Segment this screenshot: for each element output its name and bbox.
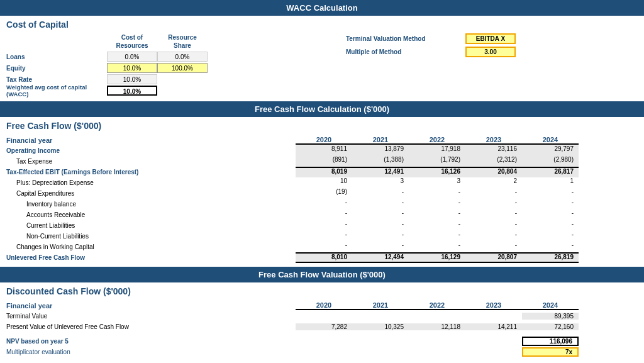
ebit-2021: 12,491 [352, 167, 409, 177]
dcf-row-multiplicator: Multiplicator evaluation 7x [6, 347, 638, 357]
tax-expense-label: Tax Expense [6, 158, 296, 165]
ebit-2022: 16,126 [409, 167, 465, 177]
multiple-method-row: Multiple of Method 3.00 [346, 47, 516, 57]
dcf-year-2024: 2024 [522, 301, 579, 310]
wacc-value[interactable]: 10.0% [107, 86, 157, 96]
loans-cost[interactable]: 0.0% [107, 52, 157, 62]
cl-2023: - [465, 220, 522, 231]
ar-2021: - [352, 209, 409, 220]
capex-label: Capital Expenditures [6, 190, 296, 197]
ar-label: Accounts Receivable [6, 211, 296, 218]
terminal-method-row: Terminal Valuation Method EBITDA X [346, 33, 516, 44]
dcf-row-pv: Present Value of Unlevered Free Cash Flo… [6, 321, 638, 332]
oi-2021: 13,879 [352, 145, 409, 156]
ulfcf-2020: 8,010 [296, 252, 352, 263]
wacc-left: Cost ofResources ResourceShare Loans 0.0… [6, 33, 208, 96]
fcf-row-ebit: Tax-Effected EBIT (Earnings Before Inter… [6, 167, 638, 177]
te-2022: (1,792) [409, 156, 465, 167]
capex-2020: (19) [296, 188, 352, 199]
cl-2020: - [296, 220, 352, 231]
capex-2021: - [352, 188, 409, 199]
ulfcf-2023: 20,807 [465, 252, 522, 263]
te-2021: (1,388) [352, 156, 409, 167]
ar-2022: - [409, 209, 465, 220]
dcf-year-2022: 2022 [409, 301, 465, 310]
oi-2024: 29,797 [522, 145, 579, 156]
pv-2024: 72,160 [522, 323, 579, 330]
dcf-year-label: Financial year [6, 302, 296, 310]
wacc-col-headers: Cost ofResources ResourceShare [107, 33, 208, 50]
fcf-row-operating-income: Operating Income 8,911 13,879 17,918 23,… [6, 145, 638, 156]
ulfcf-2022: 16,129 [409, 252, 465, 263]
ulfcf-2024: 26,819 [522, 252, 579, 263]
ar-2024: - [522, 209, 579, 220]
dcf-year-2020: 2020 [296, 301, 352, 310]
tax-share [157, 74, 208, 84]
dep-2021: 3 [352, 177, 409, 188]
wacc-row-wacc: Weighted avg cost of capital (WACC) 10.0… [6, 85, 208, 96]
cost-of-capital-title: Cost of Capital [0, 16, 644, 31]
fcf-year-label: Financial year [6, 137, 296, 144]
fcf-row-inventory: Inventory balance - - - - - [6, 199, 638, 209]
wc-2023: - [465, 242, 522, 252]
inventory-label: Inventory balance [6, 201, 296, 208]
inv-2022: - [409, 199, 465, 209]
ncl-2021: - [352, 231, 409, 242]
dcf-title: Discounted Cash Flow ($'000) [0, 282, 644, 298]
dep-2022: 3 [409, 177, 465, 188]
inv-2024: - [522, 199, 579, 209]
pv-2023: 14,211 [465, 323, 522, 330]
inv-2020: - [296, 199, 352, 209]
year-2023: 2023 [465, 136, 522, 145]
col-header-share: ResourceShare [157, 33, 208, 50]
te-2023: (2,312) [465, 156, 522, 167]
te-2024: (2,980) [522, 156, 579, 167]
ebit-2023: 20,804 [465, 167, 522, 177]
tax-cost[interactable]: 10.0% [107, 74, 157, 84]
fcf-row-ar: Accounts Receivable - - - - - [6, 209, 638, 220]
terminal-method-value[interactable]: EBITDA X [465, 33, 516, 44]
equity-share[interactable]: 100.0% [157, 63, 208, 73]
loans-share[interactable]: 0.0% [157, 52, 208, 62]
current-liab-label: Current Liabilities [6, 222, 296, 229]
multiple-method-value[interactable]: 3.00 [465, 47, 516, 57]
wacc-right: Terminal Valuation Method EBITDA X Multi… [346, 33, 516, 57]
fcf-row-current-liab: Current Liabilities - - - - - [6, 220, 638, 231]
fcf-row-capex: Capital Expenditures (19) - - - - [6, 188, 638, 199]
wacc-header: WACC Calculation [0, 0, 644, 16]
equity-label: Equity [6, 65, 107, 72]
npv-label: NPV based on year 5 [6, 338, 296, 345]
fcf-row-ulfcf: Unlevered Free Cash Flow 8,010 12,494 16… [6, 252, 638, 263]
pv-2022: 12,118 [409, 323, 465, 330]
multiplicator-value: 7x [522, 347, 579, 357]
equity-cost[interactable]: 10.0% [107, 63, 157, 73]
valuation-header: Free Cash Flow Valuation ($'000) [0, 267, 644, 282]
year-2021: 2021 [352, 136, 409, 145]
wc-2022: - [409, 242, 465, 252]
multiplicator-label: Multiplicator evaluation [6, 349, 296, 355]
ar-2020: - [296, 209, 352, 220]
dep-2020: 10 [296, 177, 352, 188]
dcf-year-header-row: Financial year 2020 2021 2022 2023 2024 [6, 300, 638, 311]
ncl-2023: - [465, 231, 522, 242]
fcf-header: Free Cash Flow Calculation ($'000) [0, 101, 644, 117]
inv-2021: - [352, 199, 409, 209]
loans-label: Loans [6, 53, 107, 60]
operating-income-label: Operating Income [6, 147, 296, 154]
wacc-body: Cost ofResources ResourceShare Loans 0.0… [0, 31, 644, 101]
year-2024: 2024 [522, 136, 579, 145]
capex-2022: - [409, 188, 465, 199]
oi-2020: 8,911 [296, 145, 352, 156]
terminal-value-label: Terminal Value [6, 313, 296, 320]
pv-label: Present Value of Unlevered Free Cash Flo… [6, 323, 296, 330]
dcf-year-2021: 2021 [352, 301, 409, 310]
cl-2024: - [522, 220, 579, 231]
noncurrent-liab-label: Non-Current Liabilities [6, 233, 296, 240]
multiple-method-label: Multiple of Method [346, 48, 459, 55]
dcf-row-terminal-value: Terminal Value 89,395 [6, 311, 638, 321]
ebit-label: Tax-Effected EBIT (Earnings Before Inter… [6, 169, 296, 176]
wacc-row-equity: Equity 10.0% 100.0% [6, 62, 208, 74]
cl-2021: - [352, 220, 409, 231]
capex-2024: - [522, 188, 579, 199]
tv-2024: 89,395 [522, 313, 579, 320]
